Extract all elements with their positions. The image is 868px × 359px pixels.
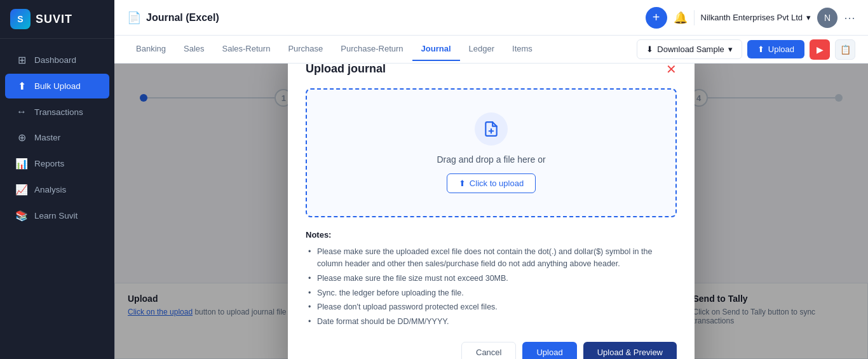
modal-overlay: Upload journal ✕ Drag and drop a file he… bbox=[114, 64, 868, 359]
document-button[interactable]: 📋 bbox=[835, 39, 855, 60]
click-upload-label: Click to upload bbox=[470, 179, 524, 188]
divider bbox=[694, 10, 695, 25]
tab-sales[interactable]: Sales bbox=[175, 37, 214, 61]
modal-footer: Cancel Upload Upload & Preview bbox=[306, 342, 677, 359]
drop-zone[interactable]: Drag and drop a file here or ⬆ Click to … bbox=[306, 88, 677, 217]
sidebar-item-label: Dashboard bbox=[34, 55, 76, 65]
add-button[interactable]: + bbox=[646, 7, 667, 29]
download-sample-label: Download Sample bbox=[657, 44, 724, 54]
grid-icon[interactable]: ⋯ bbox=[844, 11, 855, 25]
sidebar: S SUVIT ⊞ Dashboard ⬆ Bulk Upload ↔ Tran… bbox=[0, 0, 114, 359]
tab-sales-return[interactable]: Sales-Return bbox=[214, 37, 280, 61]
sidebar-item-label: Bulk Upload bbox=[34, 81, 81, 91]
youtube-button[interactable]: ▶ bbox=[810, 39, 830, 60]
cancel-button[interactable]: Cancel bbox=[461, 342, 516, 359]
modal-header: Upload journal ✕ bbox=[306, 64, 677, 76]
sidebar-nav: ⊞ Dashboard ⬆ Bulk Upload ↔ Transactions… bbox=[0, 39, 114, 359]
document-icon: 📋 bbox=[840, 44, 851, 55]
sidebar-item-learn[interactable]: 📚 Learn Suvit bbox=[5, 203, 109, 228]
tab-journal[interactable]: Journal bbox=[412, 37, 460, 61]
notes-list: Please make sure the uploaded excel file… bbox=[306, 245, 677, 329]
youtube-icon: ▶ bbox=[817, 44, 824, 55]
modal-title: Upload journal bbox=[306, 64, 386, 76]
upload-button[interactable]: Upload bbox=[522, 342, 576, 359]
note-item-5: Date format should be DD/MM/YYYY. bbox=[306, 315, 677, 329]
sidebar-item-reports[interactable]: 📊 Reports bbox=[5, 151, 109, 176]
content-area: 1 4 Upload Click on the upload button to… bbox=[114, 64, 868, 359]
sidebar-item-label: Transactions bbox=[34, 107, 83, 117]
upload-preview-button[interactable]: Upload & Preview bbox=[583, 342, 677, 359]
logo-text: SUVIT bbox=[36, 13, 72, 26]
journal-icon: 📄 bbox=[127, 11, 141, 25]
chevron-down-icon: ▾ bbox=[728, 44, 733, 54]
sidebar-item-label: Reports bbox=[34, 159, 64, 168]
nav-tabs-actions: ⬇ Download Sample ▾ ⬆ Upload ▶ 📋 bbox=[637, 39, 855, 60]
company-selector[interactable]: Nilkanth Enterprises Pvt Ltd ▾ bbox=[701, 13, 811, 22]
file-upload-icon bbox=[475, 112, 508, 146]
sidebar-item-label: Master bbox=[34, 133, 60, 142]
tab-purchase-return[interactable]: Purchase-Return bbox=[332, 37, 412, 61]
dashboard-icon: ⊞ bbox=[15, 54, 28, 66]
topbar-left: 📄 Journal (Excel) bbox=[127, 11, 635, 25]
analysis-icon: 📈 bbox=[15, 184, 28, 196]
download-icon: ⬇ bbox=[646, 44, 653, 54]
sidebar-item-label: Analysis bbox=[34, 185, 66, 194]
notes-section: Notes: Please make sure the uploaded exc… bbox=[306, 230, 677, 329]
page-title: Journal (Excel) bbox=[146, 12, 219, 24]
tab-ledger[interactable]: Ledger bbox=[460, 37, 503, 61]
logo-icon: S bbox=[10, 9, 31, 29]
chevron-down-icon: ▾ bbox=[806, 13, 811, 22]
note-item-1: Please make sure the uploaded excel file… bbox=[306, 245, 677, 271]
company-name: Nilkanth Enterprises Pvt Ltd bbox=[701, 13, 803, 22]
upload-main-button[interactable]: ⬆ Upload bbox=[747, 40, 804, 58]
tab-items[interactable]: Items bbox=[503, 37, 541, 61]
transactions-icon: ↔ bbox=[15, 106, 28, 118]
main-area: 📄 Journal (Excel) + 🔔 Nilkanth Enterpris… bbox=[114, 0, 868, 359]
drop-zone-text: Drag and drop a file here or bbox=[437, 154, 545, 165]
sidebar-item-analysis[interactable]: 📈 Analysis bbox=[5, 177, 109, 202]
modal-close-button[interactable]: ✕ bbox=[666, 64, 677, 76]
sidebar-item-transactions[interactable]: ↔ Transactions bbox=[5, 100, 109, 124]
tab-banking[interactable]: Banking bbox=[127, 37, 175, 61]
avatar[interactable]: N bbox=[817, 8, 837, 28]
sidebar-logo: S SUVIT bbox=[0, 0, 114, 39]
master-icon: ⊕ bbox=[15, 132, 28, 144]
note-item-4: Please don't upload password protected e… bbox=[306, 300, 677, 315]
note-item-2: Please make sure the file size must not … bbox=[306, 271, 677, 286]
nav-tabs: Banking Sales Sales-Return Purchase Purc… bbox=[114, 36, 868, 64]
sidebar-item-label: Learn Suvit bbox=[34, 211, 78, 220]
sidebar-item-master[interactable]: ⊕ Master bbox=[5, 125, 109, 150]
upload-arrow-icon: ⬆ bbox=[459, 179, 466, 188]
reports-icon: 📊 bbox=[15, 158, 28, 170]
topbar: 📄 Journal (Excel) + 🔔 Nilkanth Enterpris… bbox=[114, 0, 868, 36]
click-to-upload-button[interactable]: ⬆ Click to upload bbox=[447, 173, 536, 193]
upload-modal: Upload journal ✕ Drag and drop a file he… bbox=[288, 64, 695, 359]
bulk-upload-icon: ⬆ bbox=[15, 80, 28, 92]
sidebar-item-bulk-upload[interactable]: ⬆ Bulk Upload bbox=[5, 74, 109, 98]
sidebar-item-dashboard[interactable]: ⊞ Dashboard bbox=[5, 48, 109, 72]
notification-bell-icon[interactable]: 🔔 bbox=[674, 11, 688, 25]
download-sample-button[interactable]: ⬇ Download Sample ▾ bbox=[637, 39, 742, 59]
notes-title: Notes: bbox=[306, 230, 677, 240]
note-item-3: Sync. the ledger before uploading the fi… bbox=[306, 286, 677, 301]
upload-label: Upload bbox=[768, 44, 794, 54]
topbar-right: + 🔔 Nilkanth Enterprises Pvt Ltd ▾ N ⋯ bbox=[646, 7, 855, 29]
tab-purchase[interactable]: Purchase bbox=[279, 37, 332, 61]
learn-icon: 📚 bbox=[15, 210, 28, 222]
upload-icon: ⬆ bbox=[757, 44, 764, 54]
